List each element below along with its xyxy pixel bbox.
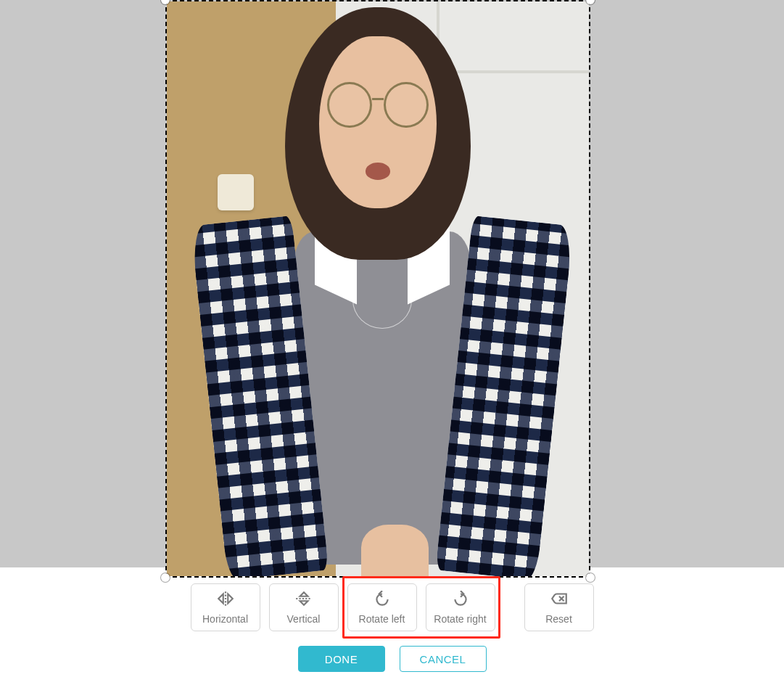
rotate-right-icon — [451, 591, 470, 609]
flip-horizontal-button[interactable]: Horizontal — [191, 583, 260, 631]
photo-preview — [167, 1, 589, 576]
cancel-label: CANCEL — [420, 653, 466, 665]
transform-toolbar: Horizontal Vertical Rotate left Rotate r… — [191, 583, 594, 631]
crop-handle-bottom-right[interactable] — [586, 573, 595, 582]
dialog-actions: DONE CANCEL — [0, 631, 784, 672]
done-button[interactable]: DONE — [298, 646, 385, 672]
rotate-right-button[interactable]: Rotate right — [426, 583, 495, 631]
crop-handle-bottom-left[interactable] — [161, 573, 170, 582]
rotate-left-button[interactable]: Rotate left — [347, 583, 417, 631]
rotate-right-label: Rotate right — [434, 613, 486, 625]
flip-vertical-button[interactable]: Vertical — [269, 583, 339, 631]
reset-icon — [550, 591, 569, 609]
flip-vertical-icon — [294, 591, 313, 609]
cancel-button[interactable]: CANCEL — [400, 646, 487, 672]
image-canvas[interactable] — [0, 10, 784, 567]
rotate-left-icon — [373, 591, 392, 609]
done-label: DONE — [325, 653, 358, 665]
reset-button[interactable]: Reset — [524, 583, 594, 631]
flip-horizontal-label: Horizontal — [202, 613, 248, 625]
flip-vertical-label: Vertical — [287, 613, 321, 625]
rotate-left-label: Rotate left — [359, 613, 405, 625]
flip-horizontal-icon — [216, 591, 235, 609]
crop-selection[interactable] — [165, 0, 590, 578]
reset-label: Reset — [545, 613, 572, 625]
